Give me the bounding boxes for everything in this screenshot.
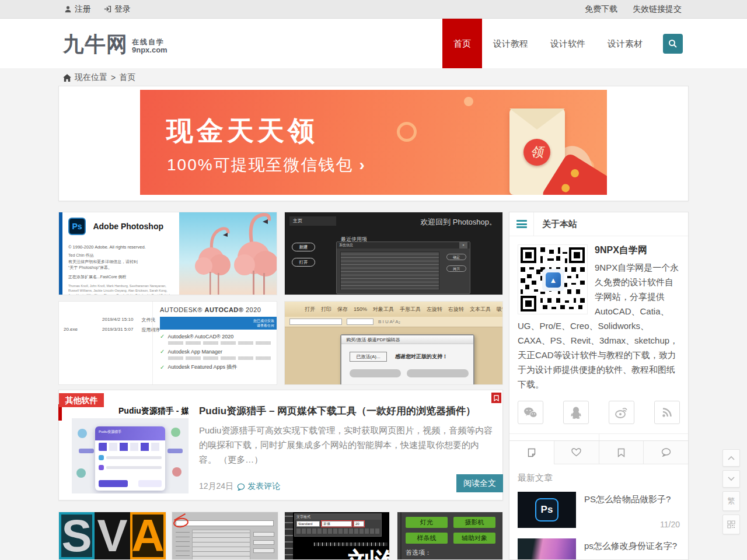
- tab-popular[interactable]: [554, 441, 599, 464]
- autocad-brand: AUTODESK® AUTOCAD® 2020: [160, 306, 277, 313]
- dialog-button: [253, 548, 274, 553]
- dialog-input-bar: [176, 520, 274, 526]
- latest-widget: 最新文章 Ps PS怎么给物品做影子? 11/20 ps怎么修改身份证名字?: [509, 440, 689, 560]
- format-icons-row: [296, 528, 379, 534]
- comment-tab-icon: [661, 448, 671, 457]
- article-thumb-photoshop-home[interactable]: 主页 欢迎回到 Photoshop。 最近使用项 新建 打开 系统信息 × 确定…: [284, 212, 503, 295]
- rss-link[interactable]: [654, 401, 680, 424]
- splash-line: Ted Chin 作品: [68, 253, 173, 259]
- scroll-bottom-button[interactable]: [722, 470, 740, 488]
- read-more-button[interactable]: 阅读全文: [456, 474, 503, 492]
- hamburger-icon[interactable]: [509, 212, 534, 236]
- max-button: 样条线: [406, 533, 448, 544]
- banner-card: 现金天天领 100%可提现至微信钱包 › 领: [58, 86, 689, 201]
- user-icon: [64, 5, 72, 13]
- dialog-title: 系统信息: [339, 242, 353, 249]
- qq-link[interactable]: [563, 401, 589, 424]
- nav-item-tutorials[interactable]: 设计教程: [482, 19, 539, 68]
- article-thumb-autocad[interactable]: 2019/4/2 15:10文件夹 20.exe2019/3/31 5:07应用…: [58, 301, 277, 385]
- tool-label: 150%: [354, 306, 367, 312]
- panel-title: 文字格式: [295, 514, 381, 520]
- login-link[interactable]: 登录: [104, 4, 131, 15]
- dialog-title: 购买/激活 极速PDF编辑器: [341, 335, 473, 344]
- splash-loading-line: 正在添加扩展名...FastCore 例程: [68, 274, 173, 280]
- dialog-options-panel: [192, 530, 250, 560]
- tab-bookmarks[interactable]: [599, 441, 644, 464]
- about-widget: 关于本站 ▲ 9NPX自学网 9NPX自学网是一个永久免费的设计软件自学网站，分…: [509, 212, 689, 459]
- widget-title: 关于本站: [534, 219, 577, 230]
- article-thumb-preferences-dialog[interactable]: [172, 512, 278, 560]
- article-excerpt: Pudiu资源猎手可高效实现下载管理，实时获取网页图片，视频，音频等内容的嗅探和…: [199, 423, 494, 467]
- nav-item-materials[interactable]: 设计素材: [596, 19, 654, 68]
- style-dropdown: Standard: [296, 521, 320, 527]
- install-success-bar: 您已成功安装 请查看任何: [160, 317, 277, 330]
- coin-decoration: [464, 97, 473, 106]
- page-content: 现金天天领 100%可提现至微信钱包 › 领 Ps Adobe Photosho…: [58, 86, 689, 560]
- check-icon: ✓: [160, 333, 165, 340]
- featured-thumbnail[interactable]: Pudiu资源猎手 - 媒体下载工具 Pudiu资源猎手: [72, 403, 189, 494]
- tab-comments[interactable]: [643, 441, 688, 464]
- latest-item-title: ps怎么修改身份证名字?: [584, 538, 677, 560]
- comment-link[interactable]: 发表评论: [237, 481, 280, 492]
- ok-button: 确定: [446, 254, 466, 260]
- article-date: 12月24日: [199, 481, 233, 492]
- new-button: 新建: [292, 243, 315, 251]
- weibo-link[interactable]: [609, 401, 634, 424]
- article-thumb-photoshop-splash[interactable]: Ps Adobe Photoshop © 1990-2020 Adobe. Al…: [58, 212, 277, 295]
- article-thumb-pdf-editor[interactable]: 打开 打印 保存 150% 对象工具 手形工具 左旋转 右旋转 文本工具 吸管工…: [284, 301, 503, 385]
- redacted-field: [407, 369, 469, 377]
- qq-icon: [571, 407, 581, 419]
- wechat-link[interactable]: [518, 401, 543, 424]
- nav-item-software[interactable]: 设计软件: [539, 19, 596, 68]
- dead-link-submit-link[interactable]: 失效链接提交: [633, 4, 682, 15]
- breadcrumb-separator: >: [111, 73, 116, 82]
- article-title[interactable]: Pudiu资源猎手 – 网页媒体下载工具（一款好用的浏览器插件）: [199, 404, 491, 418]
- system-info-dialog: 系统信息 × 确定 拷贝: [336, 242, 470, 294]
- article-thumb-cad-text[interactable]: 文字格式 Standard 宋体 20 刘海: [284, 512, 390, 560]
- latest-item[interactable]: ps怎么修改身份证名字?: [518, 538, 680, 560]
- brand-autodesk: AUTODESK®: [160, 306, 203, 313]
- tool-label: 手形工具: [400, 306, 421, 313]
- search-button[interactable]: [663, 34, 683, 54]
- rss-icon: [662, 407, 672, 418]
- scroll-top-button[interactable]: [722, 449, 740, 467]
- article-thumb-adobe-letters[interactable]: S V A: [58, 512, 166, 560]
- breadcrumb-current[interactable]: 首页: [119, 72, 135, 83]
- thanks-text: 感谢您对正版的支持！: [395, 353, 448, 360]
- widget-tabs: [509, 441, 688, 464]
- category-badge[interactable]: 其他软件: [59, 393, 104, 407]
- tool-label: 文本工具: [470, 306, 491, 313]
- latest-item-thumb: [518, 538, 576, 560]
- note-icon: [527, 448, 536, 457]
- splash-credits: Thomas Knoll, John Knoll, Mark Hamburg, …: [68, 284, 173, 296]
- logo-domain: 9npx.com: [132, 46, 167, 54]
- comment-icon: [237, 483, 245, 491]
- banner-arrow: ›: [359, 156, 365, 174]
- letter-tile: A: [131, 512, 164, 559]
- site-logo[interactable]: 九牛网 在线自学 9npx.com: [63, 30, 167, 59]
- home-tab: 主页: [289, 216, 336, 226]
- logo-tagline: 在线自学: [132, 38, 167, 46]
- file-name: 20.exe: [64, 327, 94, 333]
- logo-subtext: 在线自学 9npx.com: [132, 35, 167, 54]
- register-link[interactable]: 注册: [64, 4, 91, 15]
- bookmark-icon[interactable]: [491, 393, 501, 403]
- dialog-left-list: [176, 530, 190, 560]
- promo-banner[interactable]: 现金天天领 100%可提现至微信钱包 › 领: [140, 90, 607, 195]
- success-line: 请查看任何: [163, 323, 274, 328]
- logo-text: 九牛网: [63, 30, 128, 59]
- nav-item-home[interactable]: 首页: [442, 19, 482, 68]
- qr-code: ▲: [518, 244, 588, 314]
- article-thumb-3dsmax-ui[interactable]: 灯光 摄影机 样条线 辅助对象 首选项： 塌陷堆栈 动画: [397, 512, 503, 560]
- traditional-chinese-toggle[interactable]: 繁: [722, 491, 740, 511]
- open-button: 打开: [292, 258, 315, 267]
- popup-tabs: [99, 443, 162, 451]
- tab-latest[interactable]: [509, 441, 554, 464]
- qr-code-button[interactable]: [722, 514, 740, 534]
- latest-item[interactable]: Ps PS怎么给物品做影子? 11/20: [518, 492, 680, 529]
- chevron-up-icon: [728, 456, 735, 460]
- activated-button: 已激活(A)...: [350, 352, 387, 362]
- free-download-link[interactable]: 免费下载: [585, 4, 617, 15]
- floating-toolbar: 繁: [722, 449, 740, 534]
- pdf-editor-mock: 打开 打印 保存 150% 对象工具 手形工具 左旋转 右旋转 文本工具 吸管工…: [285, 302, 502, 384]
